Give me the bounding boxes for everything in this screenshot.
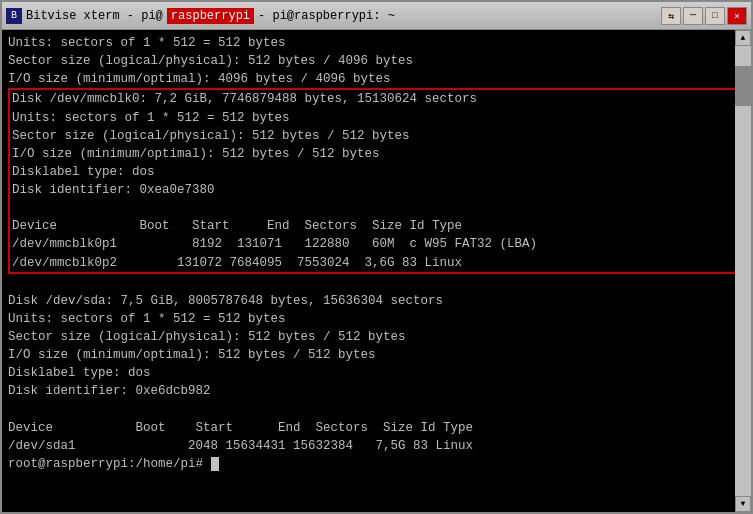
hl-line-9: /dev/mmcblk0p2 131072 7684095 7553024 3,… [10, 254, 739, 272]
line-after-4: I/O size (minimum/optimal): 512 bytes / … [8, 346, 745, 364]
hl-line-4: Disklabel type: dos [10, 163, 739, 181]
prompt-line: root@raspberrypi:/home/pi# [8, 455, 745, 473]
scrollbar[interactable]: ▲ ▼ [735, 30, 751, 512]
hl-line-0: Disk /dev/mmcblk0: 7,2 GiB, 7746879488 b… [10, 90, 739, 108]
line-after-7 [8, 401, 745, 419]
scrollbar-down[interactable]: ▼ [735, 496, 751, 512]
line-after-5: Disklabel type: dos [8, 364, 745, 382]
line-before-1: Units: sectors of 1 * 512 = 512 bytes [8, 34, 745, 52]
hl-line-8: /dev/mmcblk0p1 8192 131071 122880 60M c … [10, 235, 739, 253]
lines-after: Disk /dev/sda: 7,5 GiB, 8005787648 bytes… [8, 274, 745, 455]
line-after-6: Disk identifier: 0xe6dcb982 [8, 382, 745, 400]
hostname-highlight: raspberrypi [167, 8, 254, 24]
hl-line-1: Units: sectors of 1 * 512 = 512 bytes [10, 109, 739, 127]
line-after-0 [8, 274, 745, 292]
window: B Bitvise xterm - pi@ raspberrypi - pi@r… [0, 0, 753, 514]
line-after-8: Device Boot Start End Sectors Size Id Ty… [8, 419, 745, 437]
app-icon: B [6, 8, 22, 24]
close-button[interactable]: ✕ [727, 7, 747, 25]
hl-line-7: Device Boot Start End Sectors Size Id Ty… [10, 217, 739, 235]
line-after-3: Sector size (logical/physical): 512 byte… [8, 328, 745, 346]
prompt-text: root@raspberrypi:/home/pi# [8, 455, 211, 473]
titlebar: B Bitvise xterm - pi@ raspberrypi - pi@r… [2, 2, 751, 30]
minimize-button[interactable]: ─ [683, 7, 703, 25]
line-before-3: I/O size (minimum/optimal): 4096 bytes /… [8, 70, 745, 88]
terminal-area[interactable]: Units: sectors of 1 * 512 = 512 bytes Se… [2, 30, 751, 512]
restore-button[interactable]: □ [705, 7, 725, 25]
line-after-9: /dev/sda1 2048 15634431 15632384 7,5G 83… [8, 437, 745, 455]
hl-line-3: I/O size (minimum/optimal): 512 bytes / … [10, 145, 739, 163]
titlebar-left: B Bitvise xterm - pi@ raspberrypi - pi@r… [6, 8, 395, 24]
hl-line-2: Sector size (logical/physical): 512 byte… [10, 127, 739, 145]
scrollbar-thumb[interactable] [735, 66, 751, 106]
scrollbar-up[interactable]: ▲ [735, 30, 751, 46]
highlighted-block: Disk /dev/mmcblk0: 7,2 GiB, 7746879488 b… [8, 88, 741, 273]
hl-line-5: Disk identifier: 0xea0e7380 [10, 181, 739, 199]
hl-line-6 [10, 199, 739, 217]
line-after-2: Units: sectors of 1 * 512 = 512 bytes [8, 310, 745, 328]
titlebar-buttons: ⇆ ─ □ ✕ [661, 7, 747, 25]
lines-before: Units: sectors of 1 * 512 = 512 bytes Se… [8, 34, 745, 88]
line-before-2: Sector size (logical/physical): 512 byte… [8, 52, 745, 70]
restore-icon-btn[interactable]: ⇆ [661, 7, 681, 25]
cursor [211, 457, 219, 471]
line-after-1: Disk /dev/sda: 7,5 GiB, 8005787648 bytes… [8, 292, 745, 310]
window-title: Bitvise xterm - pi@ raspberrypi - pi@ras… [26, 8, 395, 24]
